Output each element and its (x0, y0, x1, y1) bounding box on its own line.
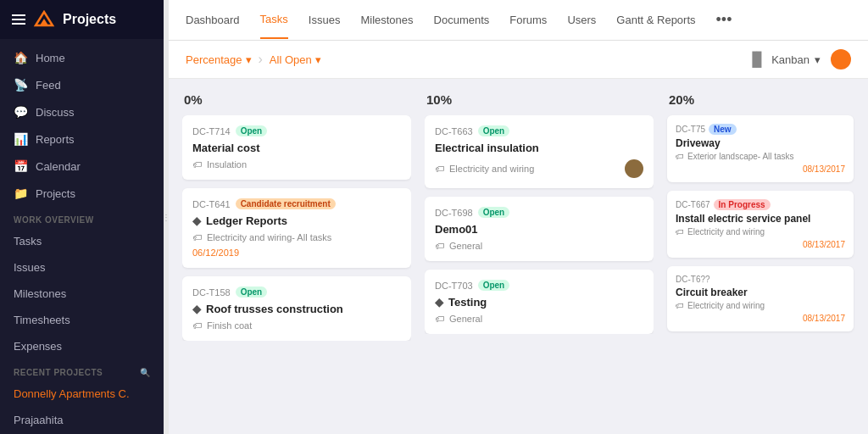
kanban-icon: ▐▌ (748, 52, 767, 67)
card-date: 08/13/2017 (676, 240, 845, 249)
card-id: DC-T641 (192, 199, 231, 209)
filter-left: Percentage ▾ › All Open ▾ (186, 52, 321, 67)
kanban-cards-0: DC-T714 Open Material cost 🏷 Insulation … (182, 115, 411, 341)
status-badge: In Progress (714, 199, 771, 210)
svg-marker-1 (40, 19, 48, 25)
sidebar-item-expenses[interactable]: Expenses (0, 333, 164, 359)
nav-dashboard[interactable]: Dashboard (186, 2, 240, 38)
sidebar: Projects 🏠 Home 📡 Feed 💬 Discuss 📊 Repor… (0, 0, 164, 434)
card-footer: 🏷 General (435, 241, 643, 251)
tag-icon: 🏷 (435, 314, 444, 324)
column-header-10: 10% (425, 92, 654, 107)
card-sub: 🏷 Electricity and wiring (676, 227, 845, 236)
card-dc-t714[interactable]: DC-T714 Open Material cost 🏷 Insulation (182, 115, 411, 180)
chevron-down-icon: ▾ (315, 53, 321, 66)
sidebar-item-reports[interactable]: 📊 Reports (0, 125, 164, 153)
nav-more[interactable]: ••• (716, 11, 732, 29)
main-content: Dashboard Tasks Issues Milestones Docume… (169, 0, 868, 434)
card-header: DC-T714 Open (192, 125, 401, 136)
filter-bar: Percentage ▾ › All Open ▾ ▐▌ Kanban ▾ (169, 41, 868, 79)
sidebar-item-feed[interactable]: 📡 Feed (0, 71, 164, 98)
sidebar-item-calendar[interactable]: 📅 Calendar (0, 153, 164, 180)
work-overview-section: WORK OVERVIEW (0, 207, 164, 228)
sidebar-item-home[interactable]: 🏠 Home (0, 44, 164, 71)
nav-milestones[interactable]: Milestones (360, 2, 413, 38)
percentage-filter[interactable]: Percentage ▾ (186, 53, 252, 66)
card-date: 08/13/2017 (676, 314, 845, 323)
sidebar-item-donnelly[interactable]: Donnelly Apartments C. (0, 381, 164, 407)
sidebar-item-tasks[interactable]: Tasks (0, 228, 164, 254)
sidebar-item-issues[interactable]: Issues (0, 254, 164, 281)
kanban-board: 0% DC-T714 Open Material cost 🏷 Insulati… (169, 79, 868, 434)
sidebar-item-projects[interactable]: 📁 Projects (0, 180, 164, 207)
partial-card-circuit[interactable]: DC-T6?? Circuit breaker 🏷 Electricity an… (667, 266, 854, 331)
diamond-icon: ◆ (192, 303, 201, 315)
milestones-label: Milestones (14, 287, 66, 300)
card-title: ◆ Testing (435, 296, 643, 309)
status-badge: Open (236, 287, 268, 298)
card-header: DC-T703 Open (435, 280, 643, 291)
card-title: Demo01 (435, 223, 643, 236)
card-id: DC-T75 New (676, 124, 845, 135)
card-header: DC-T641 Candidate recruitment (192, 198, 401, 209)
card-date: 08/13/2017 (676, 164, 845, 174)
sidebar-item-label: Feed (36, 79, 61, 92)
card-dc-t641[interactable]: DC-T641 Candidate recruitment ◆ Ledger R… (182, 188, 411, 268)
kanban-button[interactable]: ▐▌ Kanban ▾ (748, 49, 852, 70)
sidebar-item-prajaahita[interactable]: Prajaahita (0, 407, 164, 433)
tag-icon: 🏷 (192, 159, 202, 170)
card-id: DC-T667 In Progress (676, 199, 845, 210)
tag-icon: 🏷 (192, 232, 202, 242)
card-header: DC-T158 Open (192, 287, 401, 298)
status-badge: New (709, 124, 737, 135)
card-id: DC-T663 (435, 126, 473, 136)
calendar-icon: 📅 (14, 159, 27, 173)
card-sub: 🏷 Electricity and wiring (676, 301, 845, 310)
partial-card-dc-t75[interactable]: DC-T75 New Driveway 🏷 Exterior landscape… (667, 115, 854, 182)
status-badge: Candidate recruitment (236, 198, 336, 209)
tag-icon: 🏷 (676, 227, 684, 236)
card-dc-t698[interactable]: DC-T698 Open Demo01 🏷 General (425, 197, 654, 261)
user-avatar (831, 49, 851, 70)
search-icon[interactable]: 🔍 (140, 368, 151, 377)
card-footer: 🏷 Finish coat (192, 320, 401, 331)
card-title: ◆ Ledger Reports (192, 214, 401, 227)
kanban-column-20: 20% DC-T75 New Driveway 🏷 Exterior lands… (667, 92, 854, 420)
card-dc-t703[interactable]: DC-T703 Open ◆ Testing 🏷 General (425, 270, 654, 334)
hamburger-menu[interactable] (12, 14, 25, 25)
recent-projects-section: RECENT PROJECTS 🔍 (0, 359, 164, 381)
sidebar-item-label: Discuss (36, 106, 75, 119)
sidebar-header: Projects (0, 0, 164, 39)
nav-forums[interactable]: Forums (509, 2, 547, 38)
nav-issues[interactable]: Issues (309, 2, 341, 38)
all-open-filter[interactable]: All Open ▾ (270, 53, 321, 66)
card-id: DC-T714 (192, 126, 231, 136)
nav-documents[interactable]: Documents (434, 2, 490, 38)
sidebar-item-discuss[interactable]: 💬 Discuss (0, 98, 164, 125)
nav-users[interactable]: Users (567, 2, 596, 38)
tag-icon: 🏷 (435, 241, 444, 251)
sidebar-item-label: Home (36, 52, 65, 64)
projects-icon: 📁 (14, 186, 27, 200)
nav-tasks[interactable]: Tasks (260, 1, 288, 39)
card-dc-t663[interactable]: DC-T663 Open Electrical insulation 🏷 Ele… (425, 115, 654, 188)
column-header-20: 20% (667, 92, 854, 107)
card-footer: 🏷 Electricity and wiring- All tasks (192, 232, 401, 242)
status-badge: Open (478, 207, 510, 218)
logo-icon (32, 10, 56, 29)
sidebar-item-milestones[interactable]: Milestones (0, 281, 164, 307)
card-title: Electrical insulation (435, 142, 643, 154)
issues-label: Issues (14, 261, 46, 274)
card-title: ◆ Roof trusses construction (192, 303, 401, 315)
project-label: Donnelly Apartments C. (14, 387, 130, 400)
card-dc-t158[interactable]: DC-T158 Open ◆ Roof trusses construction… (182, 276, 411, 341)
card-title: Circuit breaker (676, 287, 845, 298)
chevron-down-icon: ▾ (246, 53, 252, 66)
card-id: DC-T703 (435, 281, 473, 291)
nav-gantt[interactable]: Gantt & Reports (616, 2, 695, 38)
sidebar-item-timesheets[interactable]: Timesheets (0, 307, 164, 333)
card-header: DC-T698 Open (435, 207, 643, 218)
card-id: DC-T698 (435, 208, 473, 218)
partial-card-dc-t667[interactable]: DC-T667 In Progress Install electric ser… (667, 191, 854, 258)
card-footer: 🏷 General (435, 314, 643, 324)
